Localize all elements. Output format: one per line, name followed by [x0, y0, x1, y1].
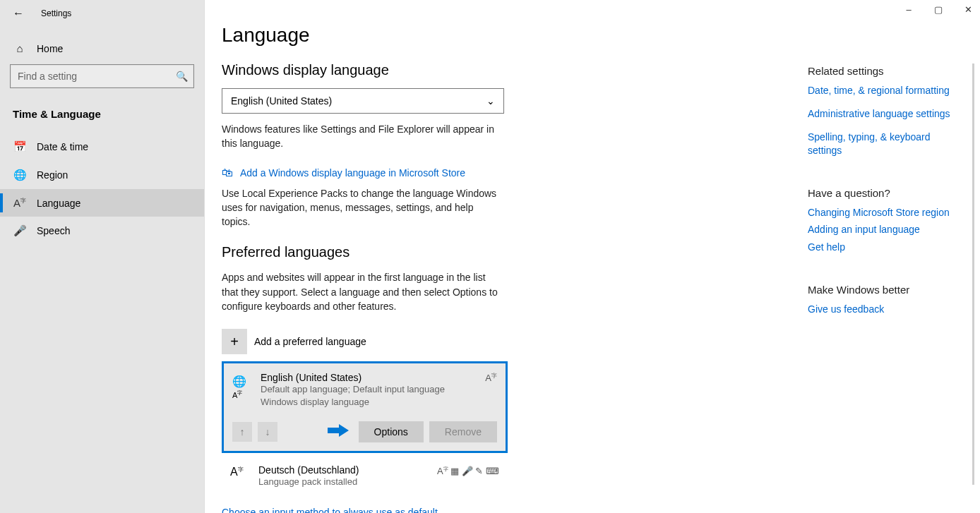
svg-marker-0 — [328, 424, 349, 437]
back-button[interactable]: ← — [13, 7, 24, 20]
sidebar-section-title: Time & Language — [0, 101, 204, 133]
microphone-icon: 🎤 — [13, 224, 27, 237]
language-sub: Language pack installed — [258, 476, 437, 488]
right-panel: Related settings Date, time, & regional … — [808, 65, 963, 326]
language-card-german[interactable]: A字 Deutsch (Deutschland) Language pack i… — [222, 459, 508, 488]
sidebar-item-label: Region — [37, 169, 68, 181]
language-icon: A字 — [13, 197, 27, 209]
search-icon: 🔍 — [176, 71, 188, 82]
settings-sidebar: ← Settings ⌂ Home 🔍 Time & Language 📅 Da… — [0, 0, 205, 513]
add-preferred-language[interactable]: + Add a preferred language — [222, 329, 730, 354]
move-up-button[interactable]: ↑ — [232, 422, 252, 442]
app-title: Settings — [41, 8, 71, 18]
wdl-heading: Windows display language — [222, 62, 730, 78]
question-heading: Have a question? — [808, 187, 963, 199]
move-down-button[interactable]: ↓ — [258, 422, 277, 442]
maximize-button[interactable]: ▢ — [933, 4, 943, 15]
store-link[interactable]: Add a Windows display language in Micros… — [240, 167, 465, 179]
language-card-english[interactable]: 🌐A字 English (United States) Default app … — [222, 361, 508, 453]
display-language-dropdown[interactable]: English (United States) ⌄ — [222, 88, 504, 114]
store-link-row[interactable]: 🛍 Add a Windows display language in Micr… — [222, 167, 730, 179]
globe-icon: 🌐 — [13, 169, 27, 181]
language-feature-icons: A字 ▦ 🎤 ✎ ⌨ — [437, 464, 499, 488]
plus-icon: + — [222, 329, 247, 354]
page-title: Language — [222, 24, 730, 47]
scrollbar[interactable] — [972, 64, 974, 485]
sidebar-item-date-time[interactable]: 📅 Date & time — [0, 133, 204, 161]
options-button[interactable]: Options — [359, 421, 424, 442]
help-link-store-region[interactable]: Changing Microsoft Store region — [808, 206, 963, 219]
chevron-down-icon: ⌄ — [486, 95, 495, 107]
store-icon: 🛍 — [222, 167, 233, 179]
wdl-desc: Windows features like Settings and File … — [222, 122, 504, 151]
sidebar-home-label: Home — [37, 43, 63, 54]
language-feature-icons: A字 — [485, 372, 497, 408]
help-link-input-language[interactable]: Adding an input language — [808, 223, 963, 236]
sidebar-item-label: Language — [37, 198, 80, 209]
window-controls: – ▢ ✕ — [904, 4, 973, 15]
sidebar-item-region[interactable]: 🌐 Region — [0, 161, 204, 189]
sidebar-item-language[interactable]: A字 Language — [0, 189, 204, 217]
search-input[interactable] — [16, 70, 176, 83]
sidebar-item-label: Speech — [37, 225, 70, 236]
language-sub1: Default app language; Default input lang… — [261, 383, 485, 396]
related-link-datetime[interactable]: Date, time, & regional formatting — [808, 84, 963, 97]
sidebar-item-speech[interactable]: 🎤 Speech — [0, 217, 204, 245]
language-name: English (United States) — [261, 372, 485, 383]
language-sub2: Windows display language — [261, 396, 485, 409]
language-name: Deutsch (Deutschland) — [258, 464, 437, 476]
close-button[interactable]: ✕ — [963, 4, 973, 15]
help-link-get-help[interactable]: Get help — [808, 241, 963, 254]
content-area: Language Windows display language Englis… — [205, 0, 980, 513]
lep-desc: Use Local Experience Packs to change the… — [222, 186, 504, 229]
annotation-arrow-icon — [328, 421, 349, 442]
remove-button[interactable]: Remove — [429, 421, 497, 442]
sidebar-item-label: Date & time — [37, 141, 88, 152]
pref-desc: Apps and websites will appear in the fir… — [222, 270, 504, 313]
add-preferred-language-label: Add a preferred language — [254, 336, 366, 347]
clock-icon: 📅 — [13, 140, 27, 153]
pref-heading: Preferred languages — [222, 244, 730, 260]
home-icon: ⌂ — [13, 42, 27, 54]
related-settings-heading: Related settings — [808, 65, 963, 77]
language-entry-icon: 🌐A字 — [232, 372, 255, 408]
related-link-admin[interactable]: Administrative language settings — [808, 107, 963, 121]
sidebar-home[interactable]: ⌂ Home — [0, 32, 204, 64]
feedback-link[interactable]: Give us feedback — [808, 303, 963, 316]
related-link-spelling[interactable]: Spelling, typing, & keyboard settings — [808, 131, 963, 157]
search-box[interactable]: 🔍 — [10, 64, 194, 88]
minimize-button[interactable]: – — [904, 4, 914, 15]
default-input-method-link[interactable]: Choose an input method to always use as … — [222, 507, 438, 513]
language-entry-icon: A字 — [230, 464, 253, 488]
feedback-heading: Make Windows better — [808, 284, 963, 296]
dropdown-value: English (United States) — [231, 95, 332, 107]
